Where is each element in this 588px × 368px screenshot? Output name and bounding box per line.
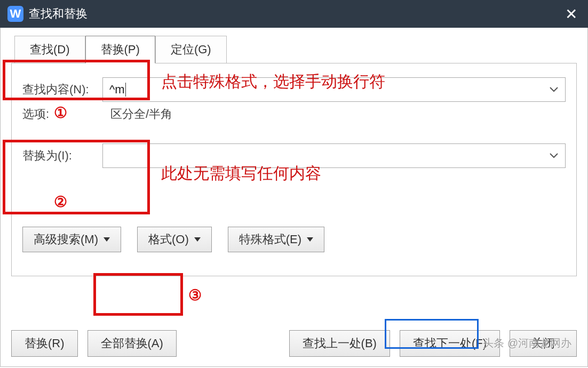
tab-find[interactable]: 查找(D) [14,36,85,63]
special-format-label: 特殊格式(E) [239,231,301,247]
options-value: 区分全/半角 [110,106,172,122]
title-bar: W 查找和替换 ✕ [0,0,588,28]
format-label: 格式(O) [148,231,189,247]
close-icon[interactable]: ✕ [562,5,581,23]
advanced-search-button[interactable]: 高级搜索(M) [22,227,121,252]
annotation-box-3 [93,273,183,316]
window-title: 查找和替换 [29,6,88,22]
annotation-number-3: ③ [188,286,202,304]
tab-goto[interactable]: 定位(G) [155,36,227,63]
find-what-input[interactable]: ^m [102,77,566,102]
annotation-number-1: ① [54,104,67,122]
caret-down-icon [104,237,110,242]
find-prev-button[interactable]: 查找上一处(B) [289,330,390,357]
chevron-down-icon[interactable] [549,86,559,93]
chevron-down-icon[interactable] [549,153,559,159]
svg-marker-2 [307,237,313,242]
dialog-body: 查找(D) 替换(P) 定位(G) 查找内容(N): ^m 选项: 区分全/半角… [0,28,588,367]
text-cursor [125,83,126,97]
special-format-button[interactable]: 特殊格式(E) [228,227,324,252]
replace-with-label: 替换为(I): [22,148,102,164]
tab-strip: 查找(D) 替换(P) 定位(G) [14,35,577,63]
replace-button[interactable]: 替换(R) [11,330,78,357]
caret-down-icon [307,237,313,242]
format-button[interactable]: 格式(O) [137,227,212,252]
tab-panel: 查找内容(N): ^m 选项: 区分全/半角 替换为(I): [11,63,577,276]
svg-marker-1 [194,237,201,242]
tab-replace[interactable]: 替换(P) [85,36,155,63]
caret-down-icon [194,237,201,242]
find-what-label: 查找内容(N): [22,82,102,98]
app-icon: W [7,6,23,22]
svg-marker-0 [104,237,110,242]
find-prev-button-label: 查找上一处(B) [303,335,377,351]
watermark: 头条 @河南龙网办 [483,336,571,350]
replace-with-input[interactable] [102,143,566,168]
advanced-search-label: 高级搜索(M) [34,231,98,247]
replace-all-button-label: 全部替换(A) [101,335,163,351]
replace-button-label: 替换(R) [25,335,65,351]
annotation-number-2: ② [54,193,67,211]
replace-all-button[interactable]: 全部替换(A) [88,330,177,357]
find-next-button-label: 查找下一处(F) [413,335,487,351]
find-what-value: ^m [109,83,125,97]
